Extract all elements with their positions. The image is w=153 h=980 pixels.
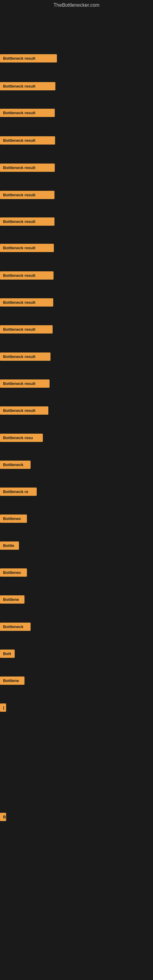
bottleneck-badge[interactable]: Bottleneck result (0, 406, 48, 415)
bottleneck-result-item[interactable]: B (0, 813, 6, 822)
bottleneck-result-item[interactable]: | (0, 703, 6, 713)
bottleneck-result-item[interactable]: Bottleneck result (0, 109, 55, 118)
bottleneck-badge[interactable]: Bottle (0, 541, 19, 550)
bottleneck-badge[interactable]: | (0, 703, 6, 712)
bottleneck-badge[interactable]: Bottleneck result (0, 191, 54, 199)
bottleneck-result-item[interactable]: Bottle (0, 541, 19, 551)
bottleneck-badge[interactable]: Bottleneck (0, 623, 30, 631)
bottleneck-badge[interactable]: Bottleneck result (0, 82, 56, 90)
bottleneck-badge[interactable]: Bottlene (0, 595, 24, 604)
bottleneck-result-item[interactable]: Bottleneck result (0, 54, 57, 64)
bottleneck-result-item[interactable]: Bottleneck result (0, 218, 54, 227)
bottleneck-result-item[interactable]: Bottleneck result (0, 298, 53, 308)
bottleneck-badge[interactable]: Bottleneck result (0, 54, 57, 62)
bottleneck-badge[interactable]: Bottleneck result (0, 271, 54, 280)
bottleneck-badge[interactable]: B (0, 813, 6, 821)
bottleneck-result-item[interactable]: Bottleneck result (0, 136, 55, 146)
bottleneck-result-item[interactable]: Bottleneck result (0, 271, 54, 281)
bottleneck-badge[interactable]: Bottleneck result (0, 218, 54, 226)
bottleneck-result-item[interactable]: Bottleneck result (0, 82, 56, 92)
bottleneck-result-item[interactable]: Bottleneck (0, 461, 30, 470)
bottleneck-badge[interactable]: Bottlenec (0, 568, 27, 577)
bottleneck-badge[interactable]: Bottleneck result (0, 325, 53, 334)
bottleneck-badge[interactable]: Bottleneck result (0, 379, 49, 388)
bottleneck-result-item[interactable]: Bottleneck re (0, 488, 37, 497)
bottleneck-result-item[interactable]: Bottleneck result (0, 325, 53, 335)
bottleneck-badge[interactable]: Bottlenec (0, 514, 27, 523)
bottleneck-badge[interactable]: Bottleneck (0, 461, 30, 469)
bottleneck-result-item[interactable]: Bottlenec (0, 514, 27, 524)
bottleneck-result-item[interactable]: Bottleneck result (0, 164, 55, 173)
bottleneck-result-item[interactable]: Bottleneck result (0, 406, 48, 416)
bottleneck-result-item[interactable]: Bottlene (0, 595, 24, 605)
bottleneck-badge[interactable]: Bottleneck result (0, 164, 55, 172)
bottleneck-badge[interactable]: Bottleneck result (0, 136, 55, 145)
bottleneck-result-item[interactable]: Bottleneck (0, 623, 30, 632)
bottleneck-result-item[interactable]: Bottleneck result (0, 191, 54, 200)
bottleneck-badge[interactable]: Bottleneck re (0, 488, 37, 496)
bottleneck-badge[interactable]: Bottleneck result (0, 244, 54, 252)
bottleneck-result-item[interactable]: Bottleneck result (0, 379, 49, 389)
bottleneck-result-item[interactable]: Bott (0, 649, 15, 659)
bottleneck-result-item[interactable]: Bottlenec (0, 568, 27, 578)
bottleneck-badge[interactable]: Bottleneck result (0, 353, 51, 361)
bottleneck-result-item[interactable]: Bottlene (0, 676, 24, 686)
bottleneck-badge[interactable]: Bottleneck result (0, 298, 53, 307)
site-title: TheBottlenecker.com (0, 0, 153, 10)
bottleneck-badge[interactable]: Bottlene (0, 676, 24, 685)
bottleneck-result-item[interactable]: Bottleneck result (0, 244, 54, 253)
bottleneck-result-item[interactable]: Bottleneck result (0, 353, 51, 362)
bottleneck-result-item[interactable]: Bottleneck resu (0, 434, 43, 443)
bottleneck-badge[interactable]: Bott (0, 649, 15, 658)
bottleneck-badge[interactable]: Bottleneck result (0, 109, 55, 117)
bottleneck-badge[interactable]: Bottleneck resu (0, 434, 43, 442)
